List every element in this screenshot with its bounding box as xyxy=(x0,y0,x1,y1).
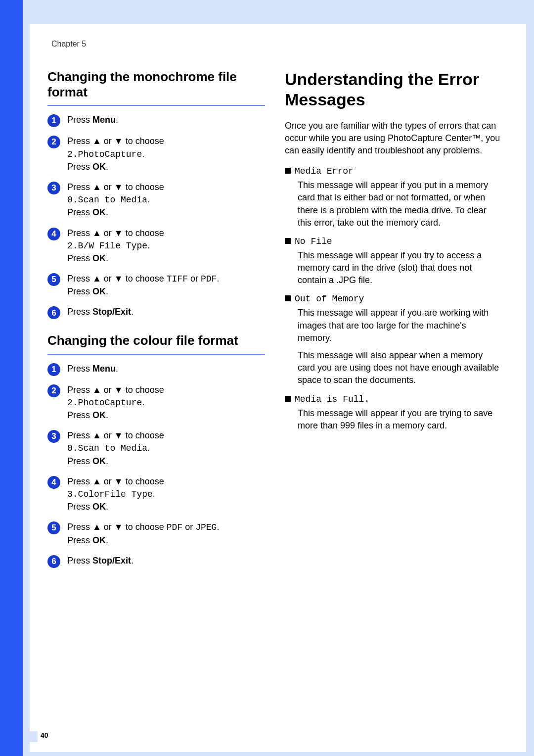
text: . xyxy=(106,253,108,263)
square-bullet-icon xyxy=(285,238,291,244)
text: . xyxy=(147,240,150,250)
text: or xyxy=(101,385,114,395)
right-title: Understanding the Error Messages xyxy=(285,69,502,110)
step-number-badge: 6 xyxy=(47,306,60,319)
page-number: 40 xyxy=(41,731,48,739)
text: . xyxy=(106,207,108,217)
step-body: Press ▲ or ▼ to choose0.Scan to Media.Pr… xyxy=(67,429,265,468)
text: . xyxy=(116,364,118,374)
error-block: Media ErrorThis message will appear if y… xyxy=(285,166,502,229)
text: . xyxy=(106,502,108,512)
step: 3Press ▲ or ▼ to choose0.Scan to Media.P… xyxy=(47,429,265,468)
step-line: Press ▲ or ▼ to choose xyxy=(67,384,265,396)
arrow-icon: ▼ xyxy=(114,228,123,238)
text: to choose xyxy=(123,136,164,146)
text: Press xyxy=(67,286,92,296)
text: . xyxy=(106,286,108,296)
text: Press xyxy=(67,430,92,440)
section-b-title: Changing the colour file format xyxy=(47,333,265,354)
side-stripe xyxy=(0,0,23,756)
mono-text: TIFF xyxy=(167,274,188,284)
section-b-steps: 1Press Menu.2Press ▲ or ▼ to choose2.Pho… xyxy=(47,363,265,568)
bold-text: Stop/Exit xyxy=(92,556,131,566)
step-body: Press ▲ or ▼ to choose TIFF or PDF.Press… xyxy=(67,273,265,298)
bold-text: OK xyxy=(92,410,106,420)
text: Press xyxy=(67,476,92,486)
error-body: This message will appear if you are tryi… xyxy=(298,407,502,432)
arrow-icon: ▲ xyxy=(92,274,101,284)
step-body: Press Menu. xyxy=(67,114,265,126)
step: 4Press ▲ or ▼ to choose2.B/W File Type.P… xyxy=(47,227,265,265)
bold-text: Menu xyxy=(92,364,116,374)
text: Press xyxy=(67,115,92,125)
step: 3Press ▲ or ▼ to choose0.Scan to Media.P… xyxy=(47,181,265,219)
step-line: 2.PhotoCapture. xyxy=(67,148,265,161)
text: or xyxy=(101,476,114,486)
text: or xyxy=(188,274,201,284)
error-body: This message will appear if you are work… xyxy=(298,307,502,344)
step-line: Press OK. xyxy=(67,206,265,219)
right-intro: Once you are familiar with the types of … xyxy=(285,120,502,157)
arrow-icon: ▼ xyxy=(114,385,123,395)
step: 5Press ▲ or ▼ to choose TIFF or PDF.Pres… xyxy=(47,273,265,298)
bold-text: Stop/Exit xyxy=(92,307,131,317)
text: to choose xyxy=(123,522,167,532)
step: 4Press ▲ or ▼ to choose3.ColorFile Type.… xyxy=(47,475,265,514)
error-name: Media is Full. xyxy=(295,394,369,404)
error-title: Media Error xyxy=(285,166,502,176)
text: Press xyxy=(67,228,92,238)
text: Press xyxy=(67,207,92,217)
text: . xyxy=(106,162,108,172)
step: 1Press Menu. xyxy=(47,363,265,376)
text: or xyxy=(101,522,114,532)
step-line: Press Menu. xyxy=(67,114,265,126)
step-number-badge: 6 xyxy=(47,555,60,568)
mono-text: 0.Scan to Media xyxy=(67,195,147,205)
text: Press xyxy=(67,456,92,466)
step-line: Press ▲ or ▼ to choose xyxy=(67,429,265,442)
step: 6Press Stop/Exit. xyxy=(47,306,265,319)
step: 1Press Menu. xyxy=(47,114,265,127)
step-number-badge: 2 xyxy=(47,384,60,397)
step-number-badge: 3 xyxy=(47,430,60,443)
text: Press xyxy=(67,522,92,532)
step-number-badge: 5 xyxy=(47,273,60,286)
step: 2Press ▲ or ▼ to choose2.PhotoCapture.Pr… xyxy=(47,135,265,173)
section-a-title: Changing the monochrome file format xyxy=(47,69,265,106)
step-line: Press OK. xyxy=(67,534,265,547)
step-line: Press Menu. xyxy=(67,363,265,375)
text: to choose xyxy=(123,476,164,486)
arrow-icon: ▲ xyxy=(92,385,101,395)
error-block: Out of MemoryThis message will appear if… xyxy=(285,293,502,386)
step-body: Press Menu. xyxy=(67,363,265,375)
text: . xyxy=(217,522,219,532)
text: to choose xyxy=(123,430,164,440)
step-line: Press Stop/Exit. xyxy=(67,306,265,318)
page-number-tab xyxy=(23,731,38,742)
step-line: Press OK. xyxy=(67,252,265,265)
text: . xyxy=(131,307,134,317)
step-body: Press Stop/Exit. xyxy=(67,555,265,567)
arrow-icon: ▼ xyxy=(114,182,123,192)
step-line: Press ▲ or ▼ to choose xyxy=(67,135,265,147)
step-line: Press OK. xyxy=(67,285,265,298)
step-number-badge: 4 xyxy=(47,228,60,240)
step-line: Press ▲ or ▼ to choose TIFF or PDF. xyxy=(67,273,265,285)
error-title: Media is Full. xyxy=(285,394,502,404)
step-line: Press ▲ or ▼ to choose PDF or JPEG. xyxy=(67,521,265,534)
step-number-badge: 5 xyxy=(47,521,60,534)
error-name: Out of Memory xyxy=(295,294,364,304)
text: or xyxy=(101,136,114,146)
bold-text: OK xyxy=(92,162,106,172)
text: . xyxy=(106,456,108,466)
error-title: No File xyxy=(285,236,502,246)
text: Press xyxy=(67,556,92,566)
step-line: Press OK. xyxy=(67,161,265,173)
text: . xyxy=(153,489,155,499)
text: to choose xyxy=(123,228,164,238)
step-body: Press ▲ or ▼ to choose2.PhotoCapture.Pre… xyxy=(67,135,265,173)
bold-text: OK xyxy=(92,286,106,296)
text: or xyxy=(101,182,114,192)
error-body: This message will appear if you put in a… xyxy=(298,179,502,229)
square-bullet-icon xyxy=(285,295,291,301)
